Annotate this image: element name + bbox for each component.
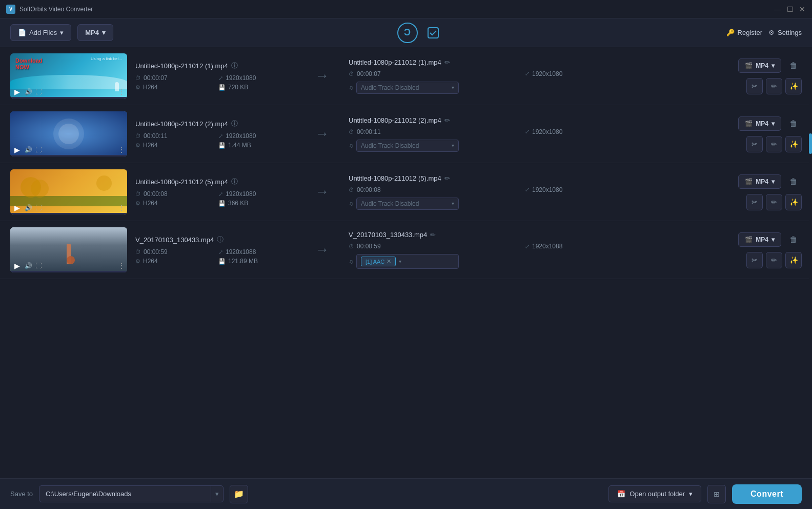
loading-button[interactable]: C [397,23,418,43]
delete-button-1[interactable]: 🗑 [785,57,802,74]
delete-button-2[interactable]: 🗑 [785,115,802,132]
app-icon: V [6,5,15,14]
scroll-thumb[interactable] [809,133,812,154]
save-path-chevron-icon[interactable]: ▾ [211,486,223,502]
edit-icon-1[interactable]: ✏ [444,58,450,66]
out-clock-icon-1: ⏱ [349,71,354,77]
audio-dropdown-4[interactable]: [1] AAC ✕ ▾ [356,254,459,269]
convert-button[interactable]: Convert [732,484,802,504]
edit-button-3[interactable]: ✏ [766,194,782,210]
output-info-2: Untitled-1080p-211012 (2).mp4 ✏ ⏱00:00:1… [342,116,699,152]
file-info-3: Untitled-1080p-211012 (5).mp4 ⓘ ⏱00:00:0… [127,177,301,207]
resize-icon: ⤢ [218,75,223,82]
film-icon-1: 🎬 [745,62,753,69]
info-icon-2[interactable]: ⓘ [231,119,238,128]
format-selector-button[interactable]: MP4 ▾ [77,24,113,41]
more-icon-2[interactable]: ⋮ [118,146,125,154]
file-list: DownloadNOW Using a link bel... ▶ 🔊 ⛶ ⋮ … [0,47,812,478]
cut-button-4[interactable]: ✂ [746,252,763,268]
wand-button-4[interactable]: ✨ [785,252,802,268]
info-icon-4[interactable]: ⓘ [217,235,224,244]
more-icon-3[interactable]: ⋮ [118,204,125,212]
output-actions-1: 🎬 MP4 ▾ 🗑 ✂ ✏ ✨ [699,57,802,94]
save-to-label: Save to [10,490,33,498]
db-icon-3: 💾 [218,200,226,207]
save-path-selector[interactable]: C:\Users\Eugene\Downloads ▾ [39,485,224,502]
sound-icon-2[interactable]: 🔊 [25,146,32,153]
delete-button-3[interactable]: 🗑 [785,173,802,190]
play-button-3[interactable]: ▶ [12,203,22,212]
check-button[interactable] [424,24,442,42]
audio-tag-close-4[interactable]: ✕ [387,258,391,265]
film-icon-3: 🎬 [745,178,753,185]
edit-icon-2[interactable]: ✏ [444,116,450,124]
edit-button-1[interactable]: ✏ [766,78,782,94]
edit-icon-3[interactable]: ✏ [444,174,450,182]
expand-icon-4[interactable]: ⛶ [35,262,42,269]
key-icon: 🔑 [726,29,735,36]
delete-button-4[interactable]: 🗑 [785,231,802,248]
output-filename-2: Untitled-1080p-211012 (2).mp4 [349,116,441,124]
more-icon-1[interactable]: ⋮ [118,88,125,96]
thumbnail-3: ▶ 🔊 ⛶ ⋮ [10,169,127,214]
input-filename-1: Untitled-1080p-211012 (1).mp4 [135,62,228,70]
edit-button-4[interactable]: ✏ [766,252,782,268]
more-icon-4[interactable]: ⋮ [118,262,125,270]
output-format-btn-3[interactable]: 🎬 MP4 ▾ [738,174,781,189]
maximize-button[interactable]: ☐ [786,6,794,13]
thumb-controls-2: ▶ 🔊 ⛶ ⋮ [12,145,125,154]
audio-chevron-3: ▾ [452,201,454,206]
resize-icon-3: ⤢ [218,191,223,198]
file-info-4: V_20170103_130433.mp4 ⓘ ⏱00:00:59 ⤢1920x… [127,235,301,265]
out-resize-icon-4: ⤢ [525,243,530,250]
db-icon-2: 💾 [218,142,226,149]
sound-icon-4[interactable]: 🔊 [25,262,32,269]
scrollbar[interactable] [809,47,812,478]
audio-dropdown-1[interactable]: Audio Track Disabled ▾ [356,82,459,94]
play-button-2[interactable]: ▶ [12,145,22,154]
info-icon-1[interactable]: ⓘ [231,61,238,70]
add-files-button[interactable]: 📄 Add Files ▾ [10,24,71,41]
output-format-btn-2[interactable]: 🎬 MP4 ▾ [738,116,781,131]
close-button[interactable]: ✕ [799,6,806,13]
minimize-button[interactable]: — [774,6,781,13]
expand-icon-2[interactable]: ⛶ [35,146,42,153]
audio-dropdown-3[interactable]: Audio Track Disabled ▾ [356,198,459,210]
wand-button-1[interactable]: ✨ [785,78,802,94]
out-resize-icon-3: ⤢ [525,186,530,193]
thumbnail-4: ▶ 🔊 ⛶ ⋮ [10,227,127,272]
output-filename-1: Untitled-1080p-211012 (1).mp4 [349,58,441,66]
format-chevron-icon: ▾ [102,29,106,36]
audio-chevron-4: ▾ [399,259,401,264]
out-clock-icon-2: ⏱ [349,129,354,135]
output-format-btn-1[interactable]: 🎬 MP4 ▾ [738,58,781,73]
cut-button-3[interactable]: ✂ [746,194,763,210]
open-output-folder-button[interactable]: 📅 Open output folder ▾ [608,485,701,502]
expand-icon-1[interactable]: ⛶ [35,88,42,95]
grid-view-button[interactable]: ⊞ [707,485,726,503]
gear-icon-4: ⚙ [135,258,140,265]
thumb-controls-3: ▶ 🔊 ⛶ ⋮ [12,203,125,212]
wand-button-3[interactable]: ✨ [785,194,802,210]
edit-icon-4[interactable]: ✏ [430,231,436,239]
wand-button-2[interactable]: ✨ [785,136,802,152]
arrow-1: → [301,68,342,84]
sound-icon-3[interactable]: 🔊 [25,204,32,211]
audio-dropdown-2[interactable]: Audio Track Disabled ▾ [356,140,459,152]
info-icon-3[interactable]: ⓘ [231,177,238,186]
sound-icon-1[interactable]: 🔊 [25,88,32,95]
cut-button-1[interactable]: ✂ [746,78,763,94]
settings-button[interactable]: ⚙ Settings [768,29,802,36]
output-format-btn-4[interactable]: 🎬 MP4 ▾ [738,232,781,247]
register-button[interactable]: 🔑 Register [726,29,762,36]
play-button-4[interactable]: ▶ [12,261,22,270]
play-button-1[interactable]: ▶ [12,87,22,96]
table-row: ▶ 🔊 ⛶ ⋮ V_20170103_130433.mp4 ⓘ ⏱00:00:5… [0,221,812,279]
browse-folder-button[interactable]: 📁 [230,485,248,503]
table-row: ▶ 🔊 ⛶ ⋮ Untitled-1080p-211012 (2).mp4 ⓘ … [0,105,812,163]
cut-button-2[interactable]: ✂ [746,136,763,152]
film-icon-4: 🎬 [745,236,753,243]
expand-icon-3[interactable]: ⛶ [35,204,42,211]
output-info-3: Untitled-1080p-211012 (5).mp4 ✏ ⏱00:00:0… [342,174,699,210]
edit-button-2[interactable]: ✏ [766,136,782,152]
